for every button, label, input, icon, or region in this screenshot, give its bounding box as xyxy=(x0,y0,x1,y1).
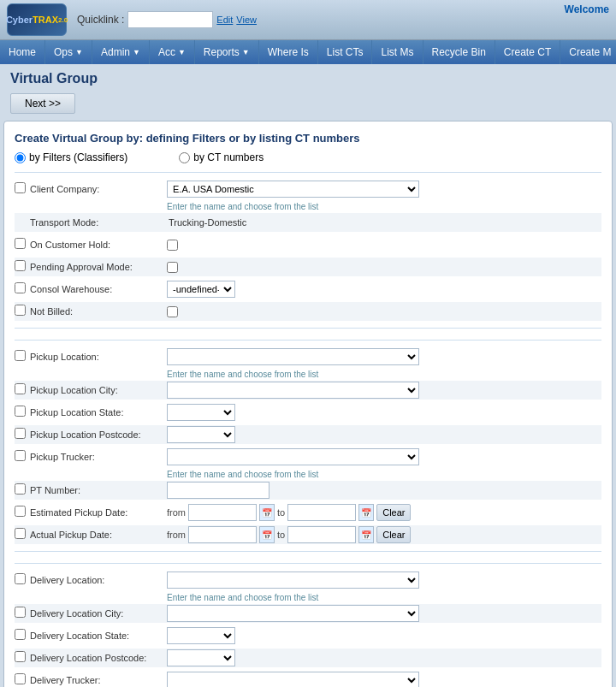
pt-number-checkbox[interactable] xyxy=(15,483,26,495)
delivery-city-dropdown[interactable] xyxy=(167,605,419,622)
consol-warehouse-row: Consol Warehouse: -undefined- xyxy=(15,280,601,299)
pickup-city-row: Pickup Location City: xyxy=(15,381,601,400)
delivery-city-checkbox[interactable] xyxy=(15,607,26,618)
not-billed-value-checkbox[interactable] xyxy=(167,306,178,317)
est-pickup-date-control: from 📅 to 📅 Clear xyxy=(167,504,601,521)
pickup-trucker-hint: Enter the name and choose from the list xyxy=(167,470,318,479)
est-pickup-from-group: from 📅 to 📅 Clear xyxy=(167,504,411,521)
not-billed-checkbox[interactable] xyxy=(15,305,26,316)
delivery-city-row: Delivery Location City: xyxy=(15,604,601,623)
radio-ctnumbers-input[interactable] xyxy=(179,152,190,163)
logo: CyberTRAX2.0 xyxy=(7,3,67,36)
radio-filters-input[interactable] xyxy=(15,152,26,163)
delivery-trucker-checkbox[interactable] xyxy=(15,673,26,684)
est-pickup-to-input[interactable] xyxy=(287,504,356,521)
act-pickup-date-checkbox[interactable] xyxy=(15,528,26,539)
est-pickup-date-checkbox[interactable] xyxy=(15,506,26,517)
nav-reports[interactable]: Reports▼ xyxy=(195,40,259,64)
pickup-location-label: Pickup Location: xyxy=(30,352,167,362)
pickup-city-control xyxy=(167,382,601,399)
consol-warehouse-checkbox[interactable] xyxy=(15,282,26,293)
est-pickup-from-input[interactable] xyxy=(188,504,257,521)
nav-where-is[interactable]: Where Is xyxy=(259,40,318,64)
nav-create-ct[interactable]: Create CT xyxy=(495,40,560,64)
act-pickup-from-group: from 📅 to 📅 Clear xyxy=(167,526,411,543)
est-pickup-clear-btn[interactable]: Clear xyxy=(376,504,411,521)
pickup-city-checkbox[interactable] xyxy=(15,383,26,394)
delivery-location-checkbox[interactable] xyxy=(15,573,26,584)
pending-approval-value-checkbox[interactable] xyxy=(167,262,178,273)
pickup-location-dropdown[interactable] xyxy=(167,348,419,365)
pickup-location-checkbox[interactable] xyxy=(15,350,26,361)
est-pickup-date-label: Estimated Pickup Date: xyxy=(30,507,167,518)
on-customer-hold-checkbox[interactable] xyxy=(15,238,26,249)
pickup-state-dropdown[interactable] xyxy=(167,404,235,421)
pickup-trucker-label: Pickup Trucker: xyxy=(30,452,167,462)
not-billed-control xyxy=(167,306,601,317)
nav-admin[interactable]: Admin▼ xyxy=(92,40,150,64)
pt-number-control xyxy=(167,482,601,499)
pickup-postcode-label: Pickup Location Postcode: xyxy=(30,429,167,440)
nav-create-m[interactable]: Create M xyxy=(560,40,616,64)
est-pickup-to-cal[interactable]: 📅 xyxy=(358,504,374,521)
delivery-state-row: Delivery Location State: xyxy=(15,626,601,645)
delivery-location-hint: Enter the name and choose from the list xyxy=(167,593,318,602)
quicklink-input[interactable] xyxy=(127,11,213,28)
radio-ctnumbers: by CT numbers xyxy=(179,151,264,163)
pickup-location-hint: Enter the name and choose from the list xyxy=(167,370,318,379)
pickup-city-dropdown[interactable] xyxy=(167,382,419,399)
delivery-postcode-dropdown[interactable] xyxy=(167,649,235,666)
pickup-trucker-checkbox[interactable] xyxy=(15,450,26,461)
nav-list-cts[interactable]: List CTs xyxy=(318,40,373,64)
pickup-state-checkbox[interactable] xyxy=(15,406,26,417)
delivery-location-label: Delivery Location: xyxy=(30,575,167,585)
pt-number-input[interactable] xyxy=(167,482,270,499)
pickup-state-control xyxy=(167,404,601,421)
pickup-postcode-checkbox[interactable] xyxy=(15,428,26,439)
delivery-state-checkbox[interactable] xyxy=(15,629,26,640)
act-pickup-from-cal[interactable]: 📅 xyxy=(259,526,275,543)
delivery-postcode-checkbox[interactable] xyxy=(15,651,26,662)
transport-mode-row: Transport Mode: Trucking-Domestic xyxy=(15,213,601,232)
view-link[interactable]: View xyxy=(236,15,257,25)
consol-warehouse-dropdown[interactable]: -undefined- xyxy=(167,281,235,298)
pickup-trucker-dropdown[interactable] xyxy=(167,448,419,465)
nav-reports-arrow: ▼ xyxy=(242,48,250,56)
delivery-state-label: Delivery Location State: xyxy=(30,631,167,641)
not-billed-row: Not Billed: xyxy=(15,302,601,321)
delivery-postcode-label: Delivery Location Postcode: xyxy=(30,653,167,663)
create-label: Create Virtual Group by: defining Filter… xyxy=(15,132,601,145)
act-pickup-clear-btn[interactable]: Clear xyxy=(376,526,411,543)
nav-acc[interactable]: Acc▼ xyxy=(150,40,195,64)
pickup-postcode-dropdown[interactable] xyxy=(167,426,235,443)
pickup-trucker-control xyxy=(167,448,601,465)
nav-ops[interactable]: Ops▼ xyxy=(45,40,92,64)
next-button-top[interactable]: Next >> xyxy=(10,93,75,114)
client-company-checkbox[interactable] xyxy=(15,182,26,193)
delivery-location-dropdown[interactable] xyxy=(167,572,419,589)
pending-approval-checkbox[interactable] xyxy=(15,260,26,271)
act-pickup-from-input[interactable] xyxy=(188,526,257,543)
pickup-location-hint-row: Enter the name and choose from the list xyxy=(15,370,601,379)
nav-home[interactable]: Home xyxy=(0,40,45,64)
nav-list-ms[interactable]: List Ms xyxy=(372,40,423,64)
nav-recycle-bin[interactable]: Recycle Bin xyxy=(424,40,495,64)
pending-approval-control xyxy=(167,262,601,273)
act-pickup-to-cal[interactable]: 📅 xyxy=(358,526,374,543)
edit-link[interactable]: Edit xyxy=(216,15,233,25)
est-pickup-from-cal[interactable]: 📅 xyxy=(259,504,275,521)
on-customer-hold-control xyxy=(167,240,601,251)
delivery-trucker-row: Delivery Trucker: xyxy=(15,671,601,687)
pt-number-row: PT Number: xyxy=(15,481,601,500)
delivery-state-dropdown[interactable] xyxy=(167,627,235,644)
delivery-location-hint-row: Enter the name and choose from the list xyxy=(15,593,601,602)
radio-row: by Filters (Classifiers) by CT numbers xyxy=(15,151,601,163)
pickup-location-row: Pickup Location: xyxy=(15,347,601,366)
pending-approval-label: Pending Approval Mode: xyxy=(30,262,167,272)
delivery-trucker-dropdown[interactable] xyxy=(167,672,419,687)
delivery-location-control xyxy=(167,572,601,589)
act-pickup-date-row: Actual Pickup Date: from 📅 to 📅 Clear xyxy=(15,525,601,544)
on-customer-hold-value-checkbox[interactable] xyxy=(167,240,178,251)
client-company-dropdown[interactable]: E.A. USA Domestic xyxy=(167,181,419,198)
act-pickup-to-input[interactable] xyxy=(287,526,356,543)
